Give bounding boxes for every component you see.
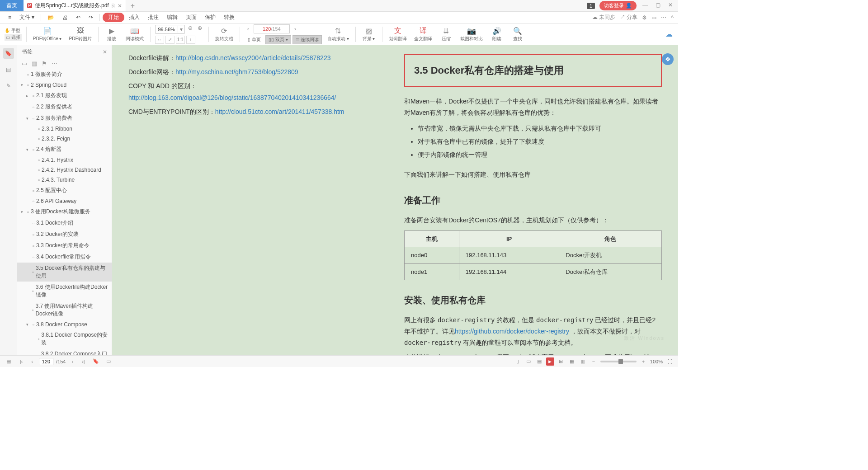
bm-add-icon[interactable]: ▭ (22, 60, 27, 67)
bookmark-item[interactable]: ▾▫3 使用Docker构建微服务 (17, 206, 112, 217)
share-button[interactable]: ↗ 分享 (620, 14, 637, 21)
bookmark-item[interactable]: ▫2.6 API Gateway (17, 196, 112, 206)
rotate-button[interactable]: ⟳旋转文档 (213, 25, 235, 43)
protect-tab[interactable]: 保护 (201, 12, 219, 23)
maximize-button[interactable]: ▢ (654, 2, 662, 10)
word-translate-button[interactable]: 文划词翻译 (387, 25, 409, 43)
assist-bubble-icon[interactable]: ❖ (662, 53, 674, 65)
sb-zoom-out-icon[interactable]: − (590, 357, 598, 366)
cloud-icon[interactable]: ☁ (665, 30, 674, 39)
bookmark-item[interactable]: ▫3.4 Dockerfile常用指令 (17, 251, 112, 263)
compress-button[interactable]: ⇊压缩 (438, 25, 455, 43)
zoom-slider[interactable] (600, 361, 637, 362)
bookmark-item[interactable]: ▫2.4.3. Turbine (17, 175, 112, 185)
link-dockerfile-explain[interactable]: http://blog.csdn.net/wsscy2004/article/d… (175, 54, 330, 61)
bookmark-item[interactable]: ▾▫2.3 服务消费者 (17, 113, 112, 124)
bm-flag-icon[interactable]: ⚑ (42, 60, 47, 67)
more-icon[interactable]: ⋯ (661, 14, 666, 21)
sync-status[interactable]: ☁ 未同步 (592, 14, 615, 21)
fit-width-icon[interactable]: ↔ (155, 36, 164, 44)
redo-icon[interactable]: ↷ (85, 13, 97, 22)
bookmark-item[interactable]: ▫2.4.2. Hystrix Dashboard (17, 165, 112, 175)
start-tab[interactable]: 开始 (103, 13, 124, 22)
bookmark-item[interactable]: ▫3.1 Docker介绍 (17, 217, 112, 229)
fit-height-icon[interactable]: ↕ (186, 36, 195, 44)
bookmark-item[interactable]: ▫2.4.1. Hystrix (17, 155, 112, 165)
sb-last-page-icon[interactable]: ›| (79, 357, 87, 366)
full-translate-button[interactable]: 译全文翻译 (412, 25, 434, 43)
sb-grid1-icon[interactable]: ⊞ (557, 357, 565, 366)
close-panel-icon[interactable]: ✕ (103, 49, 107, 55)
page-number-input[interactable]: 120/154 (254, 24, 290, 33)
pdf-to-office-button[interactable]: 📄PDF转Office ▾ (31, 25, 64, 43)
link-dockerfile-net[interactable]: http://my.oschina.net/ghm7753/blog/52280… (175, 68, 298, 75)
sb-play-icon[interactable]: ▶ (546, 357, 554, 366)
sb-prev-page-icon[interactable]: ‹ (28, 357, 36, 366)
bookmark-item[interactable]: ▫2.3.1 Ribbon (17, 124, 112, 134)
home-tab[interactable]: 首页 (0, 0, 24, 11)
bookmark-item[interactable]: ▫1 微服务简介 (17, 69, 112, 80)
bookmarks-tree[interactable]: ▫1 微服务简介▾▫2 Spring Cloud▸▫2.1 服务发现▫2.2 服… (17, 69, 112, 355)
sb-first-page-icon[interactable]: |‹ (17, 357, 25, 366)
save-icon[interactable]: 🖨 (59, 13, 71, 22)
annotations-tab-icon[interactable]: ✎ (3, 80, 14, 91)
sb-bookmark-icon[interactable]: 🔖 (92, 357, 100, 366)
guest-login-button[interactable]: 访客登录👤 (599, 1, 637, 10)
insert-tab[interactable]: 插入 (125, 12, 143, 23)
open-icon[interactable]: 📂 (44, 13, 58, 22)
bookmark-item[interactable]: ▫3.7 使用Maven插件构建Docker镜像 (17, 301, 112, 320)
link-docker-registry[interactable]: https://github.com/docker/docker-registr… (455, 328, 569, 335)
sb-next-page-icon[interactable]: › (68, 357, 76, 366)
bookmark-item[interactable]: ▫3.2 Docker的安装 (17, 229, 112, 240)
autoscroll-button[interactable]: ⇅自动滚动 ▾ (326, 25, 351, 43)
display-icon[interactable]: ▭ (651, 14, 656, 21)
close-button[interactable]: ✕ (666, 2, 675, 10)
bookmark-item[interactable]: ▫3.8.1 Docker Compose的安装 (17, 329, 112, 348)
read-mode-button[interactable]: 📖阅读模式 (124, 25, 146, 43)
bookmark-item[interactable]: ▸▫2.1 服务发现 (17, 90, 112, 101)
select-tool[interactable]: ▭ 选择 (5, 34, 22, 41)
bookmark-item[interactable]: ▾▫3.8 Docker Compose (17, 320, 112, 329)
bookmark-item[interactable]: ▫2.5 配置中心 (17, 185, 112, 196)
fit-page-icon[interactable]: ⤢ (165, 36, 175, 44)
bm-more-icon[interactable]: ⋯ (52, 60, 57, 67)
bookmark-item[interactable]: ▾▫2.4 熔断器 (17, 144, 112, 155)
prev-page-icon[interactable]: ‹ (245, 26, 252, 32)
link-cmd-entrypoint[interactable]: http://cloud.51cto.com/art/201411/457338… (215, 108, 344, 115)
bookmark-item[interactable]: ▾▫2 Spring Cloud (17, 80, 112, 90)
bookmark-item[interactable]: ▫2.2 服务提供者 (17, 101, 112, 113)
notification-count[interactable]: 1 (587, 3, 595, 9)
tab-pin-icon[interactable]: ⎘ (112, 3, 115, 9)
tab-close-icon[interactable]: ✕ (118, 3, 122, 9)
edit-tab[interactable]: 编辑 (163, 12, 181, 23)
sb-panel-icon[interactable]: ▤ (5, 357, 13, 366)
sb-zoom-in-icon[interactable]: + (639, 357, 647, 366)
single-page-button[interactable]: ▯ 单页 (245, 35, 264, 44)
actual-size-icon[interactable]: 1:1 (176, 36, 185, 44)
sb-grid2-icon[interactable]: ▦ (568, 357, 576, 366)
sb-layout-icon[interactable]: ▭ (104, 357, 113, 366)
background-button[interactable]: ▨背景 ▾ (360, 25, 377, 43)
sb-view2-icon[interactable]: ▭ (524, 357, 533, 366)
collapse-icon[interactable]: ^ (671, 14, 674, 21)
bookmark-item[interactable]: ▫3.8.2 Docker Compose入门示例 (17, 348, 112, 355)
next-page-icon[interactable]: › (292, 26, 299, 32)
zoom-out-icon[interactable]: ⊖ (186, 25, 194, 34)
thumbnails-tab-icon[interactable]: ▤ (3, 64, 14, 75)
sb-view1-icon[interactable]: ▯ (514, 357, 522, 366)
screenshot-button[interactable]: 📷截图和对比 (458, 25, 485, 43)
find-button[interactable]: 🔍查找 (509, 25, 526, 43)
new-tab-button[interactable]: + (126, 2, 139, 10)
zoom-in-icon[interactable]: ⊕ (196, 25, 204, 34)
link-copy-add[interactable]: http://blog.163.com/digoal@126/blog/stat… (128, 94, 336, 101)
hamburger-icon[interactable]: ≡ (5, 13, 15, 22)
settings-icon[interactable]: ⚙ (642, 14, 647, 21)
play-button[interactable]: ▶播放 (103, 25, 120, 43)
read-aloud-button[interactable]: 🔊朗读 (488, 25, 505, 43)
file-menu[interactable]: 文件 ▾ (16, 12, 38, 23)
pdf-to-image-button[interactable]: 🖼PDF转图片 (67, 25, 94, 43)
bookmarks-tab-icon[interactable]: 🔖 (3, 48, 14, 59)
sb-zoom-value[interactable]: 100% (650, 359, 663, 364)
sb-grid3-icon[interactable]: ▥ (579, 357, 587, 366)
document-tab[interactable]: P 使用SpringCl...r实战微服务.pdf ⎘ ✕ (24, 0, 126, 11)
